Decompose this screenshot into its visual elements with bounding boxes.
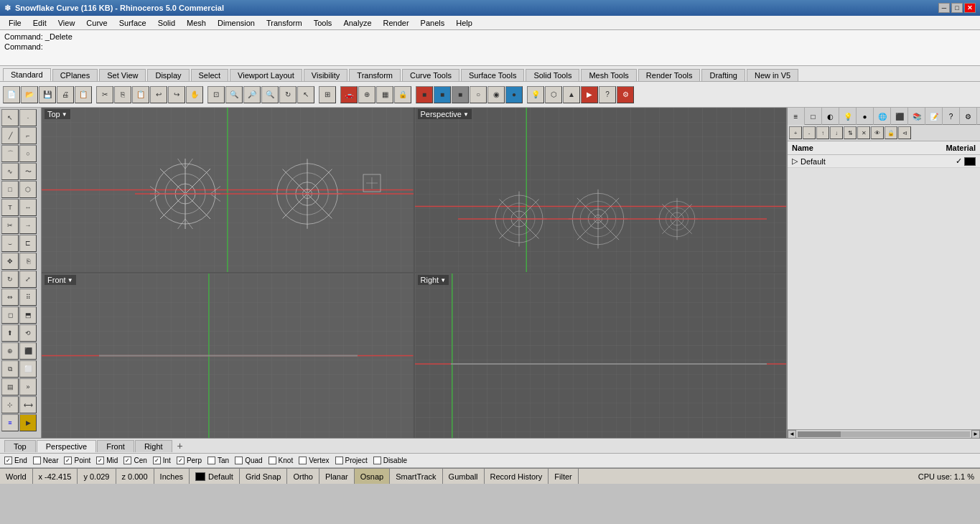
rectangle-tool[interactable]: □ bbox=[1, 181, 19, 198]
status-osnap[interactable]: Osnap bbox=[355, 469, 390, 484]
cut-icon[interactable]: ✂ bbox=[96, 86, 113, 103]
viewport-perspective[interactable]: Perspective ▼ bbox=[415, 108, 787, 272]
pan-icon[interactable]: ✋ bbox=[186, 86, 203, 103]
polygon-tool[interactable]: ⬡ bbox=[19, 181, 37, 198]
scroll-left[interactable]: ◄ bbox=[788, 430, 796, 439]
menu-dimension[interactable]: Dimension bbox=[212, 17, 261, 29]
sphere2-icon[interactable]: ◉ bbox=[487, 86, 505, 103]
save-icon[interactable]: 💾 bbox=[39, 86, 56, 103]
select-tool[interactable]: ↖ bbox=[1, 109, 19, 126]
viewport-front[interactable]: Front ▼ bbox=[42, 273, 414, 438]
scale-tool[interactable]: ⤢ bbox=[19, 271, 37, 288]
menu-surface[interactable]: Surface bbox=[113, 17, 152, 29]
zoom-out-icon[interactable]: 🔍 bbox=[261, 86, 279, 103]
offset-tool[interactable]: ⊏ bbox=[19, 235, 37, 252]
extend-tool[interactable]: → bbox=[19, 217, 37, 234]
zoom-extent-icon[interactable]: ⊡ bbox=[207, 86, 225, 103]
osnap-int[interactable]: ✓ Int bbox=[153, 457, 171, 464]
help-icon[interactable]: ? bbox=[599, 86, 616, 103]
vp-tab-front[interactable]: Front bbox=[97, 440, 134, 452]
right-scroll-track[interactable] bbox=[798, 431, 970, 437]
layer-up[interactable]: ↑ bbox=[816, 126, 829, 139]
osnap-quad-check[interactable] bbox=[235, 457, 243, 464]
move-tool[interactable]: ✥ bbox=[1, 253, 19, 270]
block-tool[interactable]: ⬜ bbox=[19, 360, 37, 378]
osnap-point-check[interactable]: ✓ bbox=[64, 457, 72, 464]
rotate-tool[interactable]: ↻ bbox=[1, 271, 19, 288]
rp-tab-display[interactable]: □ bbox=[805, 108, 822, 125]
status-ortho[interactable]: Ortho bbox=[287, 469, 319, 484]
vp-tab-add[interactable]: + bbox=[173, 439, 187, 453]
vp-tab-right[interactable]: Right bbox=[135, 440, 172, 452]
osnap-knot[interactable]: Knot bbox=[269, 457, 294, 464]
osnap-perp[interactable]: ✓ Perp bbox=[177, 457, 202, 464]
layer-icon[interactable]: ≡ bbox=[1, 414, 19, 431]
osnap-vertex[interactable]: Vertex bbox=[299, 457, 329, 464]
viewport-perspective-label[interactable]: Perspective ▼ bbox=[418, 109, 472, 119]
tab-cplanes[interactable]: CPlanes bbox=[52, 69, 98, 81]
layer-color-default[interactable] bbox=[964, 157, 976, 166]
viewport-right[interactable]: Right ▼ bbox=[415, 273, 787, 438]
viewport-top[interactable]: Top ▼ bbox=[42, 108, 414, 272]
menu-render[interactable]: Render bbox=[378, 17, 415, 29]
osnap-int-check[interactable]: ✓ bbox=[153, 457, 161, 464]
rp-tab-env[interactable]: 🌐 bbox=[874, 108, 891, 125]
line-tool[interactable]: ╱ bbox=[1, 127, 19, 144]
menu-file[interactable]: File bbox=[3, 17, 27, 29]
layer-lock[interactable]: 🔒 bbox=[885, 126, 897, 139]
tab-visibility[interactable]: Visibility bbox=[304, 69, 348, 81]
render-icon[interactable]: ▶ bbox=[581, 86, 598, 103]
color3-icon[interactable]: ■ bbox=[452, 86, 469, 103]
tab-render-tools[interactable]: Render Tools bbox=[638, 69, 701, 81]
zoom-window-icon[interactable]: 🔍 bbox=[225, 86, 243, 103]
layer-row-default[interactable]: ▷ Default ✓ bbox=[788, 155, 980, 168]
menu-transform[interactable]: Transform bbox=[261, 17, 308, 29]
text-tool[interactable]: T bbox=[1, 199, 19, 216]
circle-tool[interactable]: ○ bbox=[19, 145, 37, 162]
osnap-cen-check[interactable]: ✓ bbox=[123, 457, 131, 464]
menu-help[interactable]: Help bbox=[450, 17, 478, 29]
status-filter[interactable]: Filter bbox=[549, 469, 578, 484]
more-icon[interactable]: » bbox=[19, 378, 37, 396]
menu-solid[interactable]: Solid bbox=[152, 17, 181, 29]
fillet-tool[interactable]: ⌣ bbox=[1, 235, 19, 252]
select-icon[interactable]: ↖ bbox=[297, 86, 314, 103]
rp-tab-notes[interactable]: 📝 bbox=[925, 108, 943, 125]
vp-tab-top[interactable]: Top bbox=[4, 440, 36, 452]
layer-dn[interactable]: ↓ bbox=[830, 126, 843, 139]
redo-icon[interactable]: ↪ bbox=[168, 86, 185, 103]
snap-icon[interactable]: ⊕ bbox=[358, 86, 375, 103]
hatch-tool[interactable]: ▤ bbox=[1, 378, 19, 396]
osnap-vertex-check[interactable] bbox=[299, 457, 307, 464]
tab-curve-tools[interactable]: Curve Tools bbox=[402, 69, 459, 81]
curve-tool[interactable]: ∿ bbox=[1, 163, 19, 180]
layer-check-default[interactable]: ✓ bbox=[953, 156, 964, 166]
lock-icon[interactable]: 🔒 bbox=[394, 86, 411, 103]
close-button[interactable]: ✕ bbox=[964, 3, 976, 13]
light-icon[interactable]: 💡 bbox=[527, 86, 544, 103]
status-record-history[interactable]: Record History bbox=[485, 469, 549, 484]
right-scroll[interactable]: ◄ ► bbox=[788, 429, 980, 438]
freeform-tool[interactable]: 〜 bbox=[19, 163, 37, 180]
layer-eye[interactable]: 👁 bbox=[871, 126, 884, 139]
car-icon[interactable]: 🚗 bbox=[340, 86, 358, 103]
tab-display[interactable]: Display bbox=[147, 69, 189, 81]
osnap-point[interactable]: ✓ Point bbox=[64, 457, 90, 464]
trim-tool[interactable]: ✂ bbox=[1, 217, 19, 234]
viewport-right-label[interactable]: Right ▼ bbox=[418, 275, 449, 285]
tab-mesh-tools[interactable]: Mesh Tools bbox=[581, 69, 636, 81]
layer-x[interactable]: ✕ bbox=[857, 126, 870, 139]
open-icon[interactable]: 📂 bbox=[21, 86, 38, 103]
osnap-end[interactable]: ✓ End bbox=[4, 457, 27, 464]
copy-tool[interactable]: ⎘ bbox=[19, 253, 37, 270]
menu-curve[interactable]: Curve bbox=[80, 17, 113, 29]
render2-icon[interactable]: ▶ bbox=[19, 414, 37, 431]
osnap-knot-check[interactable] bbox=[269, 457, 276, 464]
loft-tool[interactable]: ⬒ bbox=[19, 307, 37, 324]
sphere-icon[interactable]: ○ bbox=[470, 86, 487, 103]
osnap-project[interactable]: Project bbox=[335, 457, 368, 464]
rp-tab-texture[interactable]: ⬛ bbox=[891, 108, 908, 125]
rp-tab-help[interactable]: ? bbox=[943, 108, 960, 125]
osnap-perp-check[interactable]: ✓ bbox=[177, 457, 185, 464]
osnap-tan[interactable]: Tan bbox=[207, 457, 229, 464]
